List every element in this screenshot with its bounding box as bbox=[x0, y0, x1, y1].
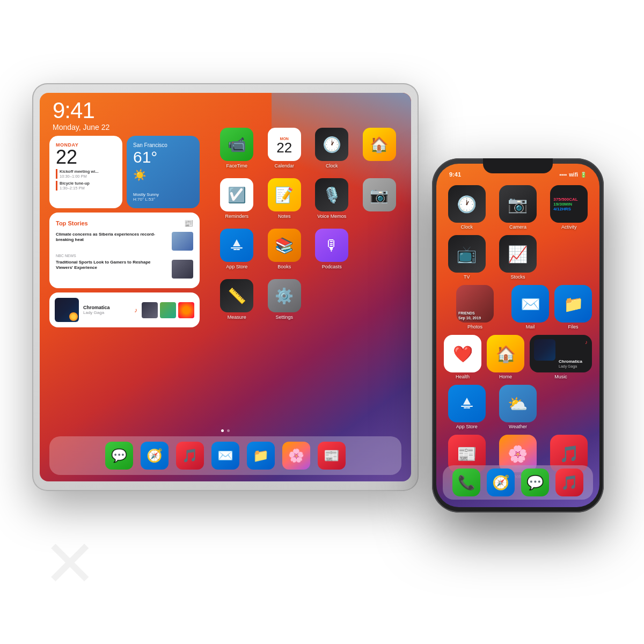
iphone-app-camera[interactable]: 📷 Camera bbox=[495, 185, 540, 230]
ipad-app-reminders[interactable]: ☑️ Reminders bbox=[216, 178, 258, 219]
ipad-time: 9:41 bbox=[53, 99, 109, 122]
iphone-music-note-icon: ♪ bbox=[585, 339, 588, 345]
iphone-dock-safari-icon[interactable]: 🧭 bbox=[487, 469, 515, 496]
photos2-icon: 📷 bbox=[363, 178, 396, 211]
settings-label: Settings bbox=[275, 314, 293, 320]
iphone-files-icon: 📁 bbox=[554, 285, 592, 323]
iphone-app-weather[interactable]: ⛅ Weather bbox=[495, 385, 540, 429]
iphone-music-art bbox=[534, 339, 555, 361]
iphone-appstore-label: App Store bbox=[456, 424, 478, 429]
news-thumb-1 bbox=[172, 232, 193, 251]
reminders-icon: ☑️ bbox=[220, 178, 253, 211]
iphone-row-1: 🕐 Clock 📷 Camera 375/500CAL 19/30MIN 4/1… bbox=[444, 185, 592, 230]
ipad-calendar-widget[interactable]: Monday 22 Kickoff meeting wi... 10:30–1:… bbox=[49, 136, 122, 208]
iphone-app-tv[interactable]: 📺 TV bbox=[444, 235, 489, 280]
ipad-app-books[interactable]: 📚 Books bbox=[264, 229, 306, 269]
ipad-app-voicememos[interactable]: 🎙️ Voice Memos bbox=[311, 178, 353, 219]
dock-photos-icon[interactable]: 🌸 bbox=[282, 442, 310, 470]
iphone-app-activity[interactable]: 375/500CAL 19/30MIN 4/12HRS Activity bbox=[546, 185, 592, 230]
iphone-app-grid: 🕐 Clock 📷 Camera 375/500CAL 19/30MIN 4/1… bbox=[444, 185, 592, 484]
dock-news-icon[interactable]: 📰 bbox=[318, 442, 346, 470]
weather-temp: 61° bbox=[133, 148, 193, 166]
dock-files-icon[interactable]: 📁 bbox=[247, 442, 275, 470]
iphone-mail-label: Mail bbox=[526, 324, 535, 330]
iphone-appstore-icon bbox=[448, 385, 486, 422]
ipad-widget-row-1: Monday 22 Kickoff meeting wi... 10:30–1:… bbox=[49, 136, 200, 208]
ipad-app-home[interactable]: 🏠 bbox=[358, 128, 401, 169]
music-mini-3 bbox=[178, 302, 194, 318]
reminders-label: Reminders bbox=[225, 214, 248, 219]
cal-event-2-title: Bicycle tune-up bbox=[60, 181, 116, 186]
iphone-dock: 📞 🧭 💬 🎵 bbox=[443, 465, 593, 500]
iphone-stocks-label: Stocks bbox=[510, 274, 525, 280]
dot-1 bbox=[221, 429, 224, 432]
music-mini-row bbox=[142, 302, 194, 318]
measure-icon: 📏 bbox=[220, 279, 253, 312]
ipad-app-calendar[interactable]: MON22 Calendar bbox=[264, 128, 306, 169]
ipad-music-widget[interactable]: Chromatica Lady Gaga ♪ bbox=[49, 292, 200, 327]
iphone-weather-label: Weather bbox=[509, 424, 527, 429]
ipad-status-bar: 9:41 Monday, June 22 bbox=[53, 99, 109, 131]
ipad-app-settings[interactable]: ⚙️ Settings bbox=[264, 279, 306, 320]
iphone-placeholder-1 bbox=[546, 235, 584, 280]
facetime-icon: 📹 bbox=[220, 128, 253, 161]
dock-messages-icon[interactable]: 💬 bbox=[105, 442, 133, 470]
iphone-app-files[interactable]: 📁 Files bbox=[554, 285, 592, 330]
ipad-app-measure[interactable]: 📏 Measure bbox=[216, 279, 258, 320]
notes-icon: 📝 bbox=[268, 178, 301, 211]
iphone-app-health[interactable]: ❤️ Health bbox=[444, 335, 481, 379]
ipad-app-notes[interactable]: 📝 Notes bbox=[264, 178, 306, 219]
iphone-device: 9:41 ▪▪▪▪ wifi 🔋 🕐 Clock 📷 Camera bbox=[432, 158, 604, 513]
signal-icon: ▪▪▪▪ bbox=[559, 172, 567, 178]
iphone-dock-music-icon[interactable]: 🎵 bbox=[555, 469, 583, 496]
dock-mail-icon[interactable]: ✉️ bbox=[211, 442, 239, 470]
iphone-status-icons: ▪▪▪▪ wifi 🔋 bbox=[559, 172, 587, 178]
iphone-camera-icon: 📷 bbox=[499, 185, 537, 223]
iphone-activity-widget: 375/500CAL 19/30MIN 4/12HRS bbox=[550, 185, 588, 223]
iphone-app-stocks[interactable]: 📈 Stocks bbox=[495, 235, 540, 280]
iphone-app-mail[interactable]: ✉️ Mail bbox=[511, 285, 549, 330]
activity-min: 19/30MIN bbox=[553, 202, 584, 207]
appstore-label: App Store bbox=[226, 264, 247, 269]
cal-event-2-time: 1:30–2:15 PM bbox=[60, 186, 116, 191]
ipad-weather-widget[interactable]: San Francisco 61° ☀️ Mostly Sunny H:70° … bbox=[127, 136, 200, 208]
podcasts-label: Podcasts bbox=[322, 264, 342, 269]
battery-icon: 🔋 bbox=[580, 172, 587, 178]
iphone-music-widget: Chromatica Lady Gaga ♪ bbox=[530, 335, 592, 372]
ipad-app-clock[interactable]: 🕐 Clock bbox=[311, 128, 353, 169]
iphone-tv-label: TV bbox=[464, 274, 470, 280]
iphone-app-music-widget[interactable]: Chromatica Lady Gaga ♪ Music bbox=[530, 335, 592, 379]
news-item-1: Climate concerns as Siberia experiences … bbox=[56, 232, 193, 251]
facetime-label: FaceTime bbox=[226, 163, 247, 169]
music-note-icon: ♪ bbox=[134, 306, 137, 314]
wifi-icon: wifi bbox=[569, 172, 578, 178]
activity-hrs: 4/12HRS bbox=[553, 207, 584, 211]
ipad-app-podcasts[interactable]: 🎙 Podcasts bbox=[311, 229, 353, 269]
dock-safari-icon[interactable]: 🧭 bbox=[141, 442, 169, 470]
iphone-clock-label: Clock bbox=[460, 224, 473, 230]
clock-icon: 🕐 bbox=[315, 128, 348, 161]
ipad-app-appstore[interactable]: App Store bbox=[216, 229, 258, 269]
settings-icon: ⚙️ bbox=[268, 279, 301, 312]
iphone-camera-label: Camera bbox=[509, 224, 526, 230]
iphone-photos-label: Photos bbox=[467, 324, 482, 330]
appstore-icon bbox=[220, 229, 253, 262]
iphone-notch bbox=[483, 158, 553, 173]
ipad-app-photos2[interactable]: 📷 bbox=[358, 178, 401, 219]
ipad-app-facetime[interactable]: 📹 FaceTime bbox=[216, 128, 258, 169]
dock-music-icon[interactable]: 🎵 bbox=[176, 442, 204, 470]
ipad-page-dots bbox=[40, 429, 411, 432]
iphone-dock-messages-icon[interactable]: 💬 bbox=[521, 469, 549, 496]
ipad-screen: 9:41 Monday, June 22 Monday 22 Kickoff m… bbox=[40, 93, 411, 481]
ipad-date: Monday, June 22 bbox=[53, 123, 109, 131]
ipad-news-widget[interactable]: Top Stories 📰 Climate concerns as Siberi… bbox=[49, 213, 200, 288]
iphone-app-appstore[interactable]: App Store bbox=[444, 385, 489, 429]
home-icon: 🏠 bbox=[363, 128, 396, 161]
iphone-tv-icon: 📺 bbox=[448, 235, 486, 273]
iphone-dock-phone-icon[interactable]: 📞 bbox=[452, 469, 480, 496]
iphone-app-home[interactable]: 🏠 Home bbox=[487, 335, 524, 379]
iphone-app-photos-widget[interactable]: FRIENDSSep 10, 2019 Photos bbox=[444, 285, 506, 330]
iphone-stocks-icon: 📈 bbox=[499, 235, 537, 273]
iphone-app-clock[interactable]: 🕐 Clock bbox=[444, 185, 489, 230]
cal-event-1-title: Kickoff meeting wi... bbox=[60, 169, 116, 174]
